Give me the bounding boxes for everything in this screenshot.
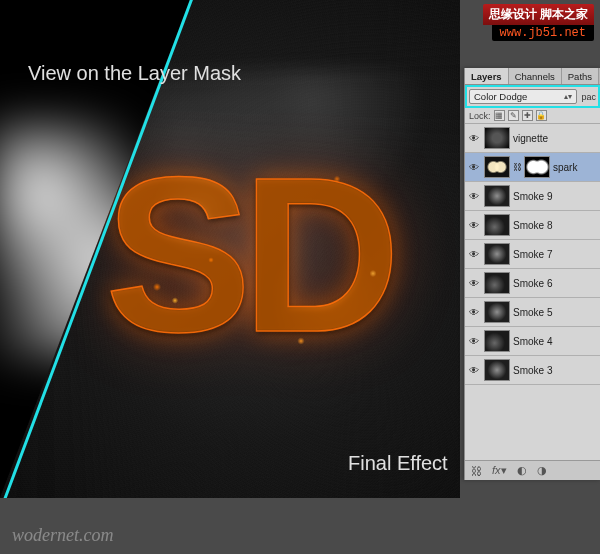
mask-label: View on the Layer Mask <box>28 62 241 85</box>
visibility-icon[interactable]: 👁 <box>467 218 481 232</box>
visibility-icon[interactable]: 👁 <box>467 305 481 319</box>
layer-thumbnail[interactable] <box>484 127 510 149</box>
add-mask-icon[interactable]: ◐ <box>517 464 527 477</box>
layer-thumbnail[interactable] <box>484 214 510 236</box>
layer-row[interactable]: 👁 Smoke 8 <box>465 211 600 240</box>
lock-all-icon[interactable]: 🔒 <box>536 110 547 121</box>
embers <box>85 125 445 395</box>
visibility-icon[interactable]: 👁 <box>467 247 481 261</box>
layer-name[interactable]: Smoke 7 <box>513 249 600 260</box>
layer-name[interactable]: Smoke 3 <box>513 365 600 376</box>
visibility-icon[interactable]: 👁 <box>467 363 481 377</box>
layer-name[interactable]: vignette <box>513 133 600 144</box>
layer-thumbnail[interactable] <box>484 243 510 265</box>
document-canvas[interactable]: SD View on the Layer Mask Final Effect <box>0 0 460 498</box>
watermark-bottom: wodernet.com <box>12 525 113 546</box>
panel-tabs: Layers Channels Paths <box>465 68 600 85</box>
link-layers-icon[interactable]: ⛓ <box>471 465 482 477</box>
layer-name[interactable]: Smoke 6 <box>513 278 600 289</box>
layer-name[interactable]: Smoke 9 <box>513 191 600 202</box>
layer-name[interactable]: spark <box>553 162 600 173</box>
panel-footer: ⛓ fx▾ ◐ ◑ <box>465 460 600 480</box>
layer-thumbnail[interactable] <box>484 301 510 323</box>
layer-mask-thumbnail[interactable] <box>524 156 550 178</box>
layer-thumbnail[interactable] <box>484 359 510 381</box>
sd-text-wrap: SD <box>105 145 425 375</box>
lock-label: Lock: <box>469 111 491 121</box>
layer-name[interactable]: Smoke 8 <box>513 220 600 231</box>
layer-row[interactable]: 👁 Smoke 9 <box>465 182 600 211</box>
visibility-icon[interactable]: 👁 <box>467 276 481 290</box>
layers-panel: Layers Channels Paths Color Dodge ▴▾ pac… <box>464 68 600 480</box>
layer-name[interactable]: Smoke 4 <box>513 336 600 347</box>
opacity-label[interactable]: pac <box>581 92 596 102</box>
watermark-top-cn: 思缘设计 脚本之家 <box>483 4 594 25</box>
visibility-icon[interactable]: 👁 <box>467 189 481 203</box>
layer-row[interactable]: 👁 Smoke 7 <box>465 240 600 269</box>
blend-mode-select[interactable]: Color Dodge ▴▾ <box>469 89 577 104</box>
layer-fx-icon[interactable]: fx▾ <box>492 464 507 477</box>
lock-row: Lock: ▦ ✎ ✚ 🔒 <box>465 108 600 124</box>
final-label: Final Effect <box>348 452 448 475</box>
layer-thumbnail[interactable] <box>484 272 510 294</box>
new-adjust-icon[interactable]: ◑ <box>537 464 547 477</box>
layer-thumbnail[interactable] <box>484 185 510 207</box>
visibility-icon[interactable]: 👁 <box>467 334 481 348</box>
tab-channels[interactable]: Channels <box>509 68 562 84</box>
watermark-top: 思缘设计 脚本之家 www.jb51.net <box>404 4 594 41</box>
layer-list: 👁 vignette 👁 ⛓ spark 👁 Smoke 9 👁 Smoke 8… <box>465 124 600 385</box>
layer-row[interactable]: 👁 Smoke 6 <box>465 269 600 298</box>
lock-pixels-icon[interactable]: ✎ <box>508 110 519 121</box>
tab-layers[interactable]: Layers <box>465 68 509 84</box>
mask-link-icon[interactable]: ⛓ <box>513 157 521 177</box>
layer-row[interactable]: 👁 Smoke 3 <box>465 356 600 385</box>
lock-transparency-icon[interactable]: ▦ <box>494 110 505 121</box>
layer-name[interactable]: Smoke 5 <box>513 307 600 318</box>
tab-paths[interactable]: Paths <box>562 68 599 84</box>
watermark-top-url: www.jb51.net <box>492 25 594 41</box>
blend-mode-row: Color Dodge ▴▾ pac <box>465 85 600 108</box>
visibility-icon[interactable]: 👁 <box>467 131 481 145</box>
layer-thumbnail[interactable] <box>484 330 510 352</box>
layer-row[interactable]: 👁 Smoke 5 <box>465 298 600 327</box>
lock-position-icon[interactable]: ✚ <box>522 110 533 121</box>
visibility-icon[interactable]: 👁 <box>467 160 481 174</box>
layer-row[interactable]: 👁 Smoke 4 <box>465 327 600 356</box>
layer-thumbnail[interactable] <box>484 156 510 178</box>
blend-mode-value: Color Dodge <box>474 91 527 102</box>
blend-mode-arrows-icon: ▴▾ <box>564 92 572 101</box>
layer-row[interactable]: 👁 ⛓ spark <box>465 153 600 182</box>
layer-row[interactable]: 👁 vignette <box>465 124 600 153</box>
